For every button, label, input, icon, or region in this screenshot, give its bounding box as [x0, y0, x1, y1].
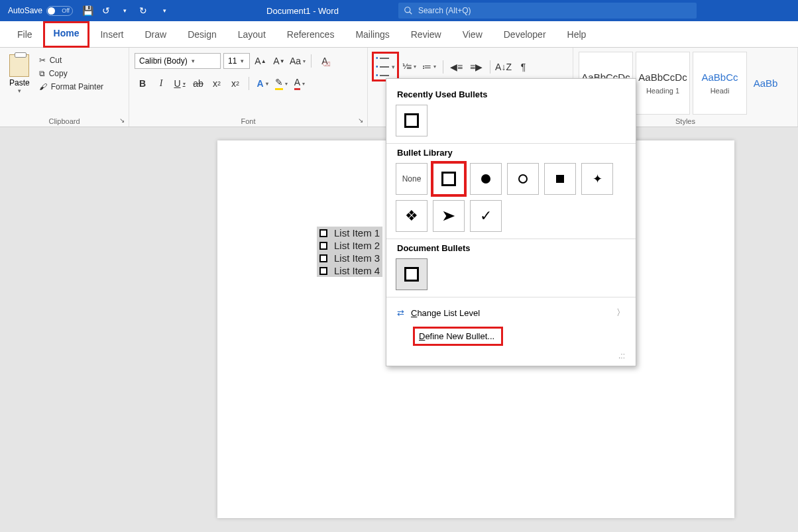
chevron-right-icon: 〉 [616, 307, 625, 319]
superscript-button[interactable]: x2 [227, 76, 243, 91]
tab-references[interactable]: References [276, 21, 345, 48]
bullets-button[interactable]: ▾ [373, 53, 398, 80]
tab-help[interactable]: Help [557, 21, 597, 48]
list-item[interactable]: List Item 3 [317, 252, 382, 264]
list-item[interactable]: List Item 1 [317, 227, 382, 239]
font-name-combo[interactable]: Calibri (Body)▾ [135, 53, 221, 69]
group-label-clipboard: Clipboard [5, 115, 123, 127]
checkbox-bullet-icon [319, 267, 327, 275]
style-heading-partial[interactable]: AaBbCcHeadi [693, 52, 747, 115]
section-library-heading: Bullet Library [397, 148, 626, 158]
bulleted-list-selection[interactable]: List Item 1 List Item 2 List Item 3 List… [317, 227, 382, 277]
section-document-heading: Document Bullets [397, 243, 626, 253]
list-item[interactable]: List Item 4 [317, 264, 382, 277]
bullet-square[interactable] [544, 163, 576, 195]
clipboard-launcher-icon[interactable]: ↘ [119, 117, 125, 124]
group-label-font: Font [135, 115, 362, 127]
change-list-level[interactable]: ⇄ Change List Level 〉 [396, 301, 626, 324]
document-title: Document1 - Word [266, 6, 339, 16]
undo-more-icon[interactable]: ▾ [118, 7, 131, 14]
circle-icon [518, 174, 528, 184]
subscript-button[interactable]: x2 [209, 76, 225, 91]
bullet-circle[interactable] [507, 163, 539, 195]
resize-grip-icon[interactable]: .:: [396, 351, 626, 362]
bullets-dropdown: Recently Used Bullets Bullet Library Non… [386, 78, 636, 366]
checkbox-bullet-icon [319, 254, 327, 262]
svg-point-0 [405, 7, 410, 13]
text-effects-icon[interactable]: A [255, 76, 270, 91]
underline-button[interactable]: U [172, 76, 188, 91]
checkbox-bullet-icon [319, 229, 327, 237]
copy-button[interactable]: ⧉Copy [39, 69, 103, 78]
decrease-indent-icon[interactable]: ◀≡ [449, 59, 465, 75]
strikethrough-button[interactable]: ab [190, 76, 206, 91]
increase-indent-icon[interactable]: ≡▶ [469, 59, 484, 75]
font-color-icon[interactable]: A [292, 76, 308, 91]
title-bar: AutoSave Off 💾 ↺ ▾ ↻ ▾ Document1 - Word … [0, 0, 798, 21]
save-icon[interactable]: 💾 [81, 5, 94, 16]
style-heading1[interactable]: AaBbCcDcHeading 1 [636, 52, 690, 115]
sort-icon[interactable]: A↓Z [496, 59, 512, 75]
bullet-4diamond[interactable] [396, 200, 428, 232]
checkbox-bullet-icon [319, 242, 327, 250]
search-input[interactable]: Search (Alt+Q) [398, 3, 697, 19]
bullet-hollow-square[interactable] [433, 163, 465, 195]
undo-icon[interactable]: ↺ [99, 5, 113, 16]
tab-file[interactable]: File [7, 21, 43, 48]
italic-button[interactable]: I [153, 76, 169, 91]
redo-icon[interactable]: ↻ [137, 5, 150, 16]
tab-design[interactable]: Design [177, 21, 227, 48]
highlight-icon[interactable]: ✎ [273, 76, 289, 91]
autosave-toggle[interactable]: AutoSave Off [0, 6, 78, 16]
ribbon-tabs: File Home Insert Draw Design Layout Refe… [0, 21, 798, 48]
bullet-recent-box[interactable] [396, 105, 428, 136]
bullets-icon [376, 54, 389, 79]
bullet-disc[interactable] [470, 163, 502, 195]
tab-view[interactable]: View [452, 21, 493, 48]
toggle-switch[interactable]: Off [46, 6, 73, 16]
copy-icon: ⧉ [39, 69, 45, 78]
tab-insert[interactable]: Insert [89, 21, 134, 48]
bullet-arrow[interactable] [433, 200, 465, 232]
tab-draw[interactable]: Draw [134, 21, 177, 48]
list-item[interactable]: List Item 2 [317, 239, 382, 252]
disc-icon [481, 174, 490, 184]
arrow-icon [441, 209, 456, 223]
section-recent-heading: Recently Used Bullets [397, 89, 626, 99]
qat-customize-icon[interactable]: ▾ [158, 7, 171, 14]
tab-layout[interactable]: Layout [227, 21, 276, 48]
increase-font-icon[interactable]: A▲ [253, 53, 268, 69]
cut-button[interactable]: ✂Cut [39, 56, 103, 65]
style-more[interactable]: AaBb [750, 52, 781, 115]
paste-button[interactable]: Paste ▾ [5, 50, 34, 115]
font-launcher-icon[interactable]: ↘ [358, 117, 363, 124]
tab-home[interactable]: Home [43, 21, 90, 48]
clear-format-icon[interactable]: A⌫ [317, 53, 333, 69]
check-icon: ✓ [480, 207, 492, 225]
search-icon [404, 6, 413, 15]
tab-review[interactable]: Review [400, 21, 452, 48]
hollow-square-icon [404, 267, 419, 282]
group-font: Calibri (Body)▾ 11▾ A▲ A▼ Aa A⌫ B I U ab… [129, 48, 368, 127]
tab-developer[interactable]: Developer [493, 21, 557, 48]
paste-icon [9, 54, 29, 77]
font-size-combo[interactable]: 11▾ [223, 53, 250, 69]
group-clipboard: Paste ▾ ✂Cut ⧉Copy 🖌Format Painter Clipb… [0, 48, 129, 127]
numbering-button[interactable]: ⅟≡ [402, 59, 418, 75]
bold-button[interactable]: B [135, 76, 150, 91]
define-new-bullet[interactable]: Define New Bullet... [396, 324, 626, 351]
bullet-document-box[interactable] [396, 258, 428, 290]
tab-mailings[interactable]: Mailings [345, 21, 400, 48]
bullet-none[interactable]: None [396, 163, 428, 195]
four-diamond-icon [405, 207, 418, 225]
bullet-check[interactable]: ✓ [470, 200, 502, 232]
hollow-square-icon [441, 172, 456, 186]
show-marks-icon[interactable]: ¶ [516, 59, 532, 75]
format-painter-button[interactable]: 🖌Format Painter [39, 82, 103, 91]
autosave-label: AutoSave [8, 6, 42, 15]
bullet-4color[interactable]: ✦ [581, 163, 613, 195]
four-color-diamond-icon: ✦ [593, 172, 602, 186]
decrease-font-icon[interactable]: A▼ [271, 53, 287, 69]
multilevel-button[interactable]: ≔ [422, 59, 437, 75]
change-case-icon[interactable]: Aa [290, 53, 306, 69]
